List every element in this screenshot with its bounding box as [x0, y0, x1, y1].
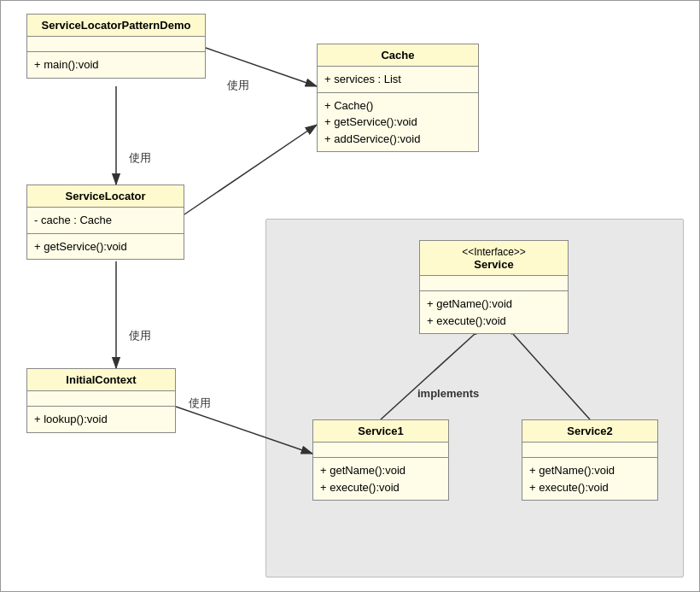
svg-line-3 [206, 48, 317, 86]
class-section-sl-fields: - cache : Cache [27, 208, 184, 234]
method-addservice: + addService():void [324, 131, 471, 148]
method-s1-getname: + getName():void [320, 462, 441, 479]
label-use-slpd-sl: 使用 [129, 150, 151, 166]
class-initialcontext: InitialContext + lookup():void [26, 368, 176, 433]
class-name-service: Service [474, 258, 513, 271]
class-header-service1: Service1 [313, 420, 448, 443]
interface-label: <<Interface>> [462, 246, 526, 258]
class-section-service2-methods: + getName():void + execute():void [522, 458, 657, 500]
class-header-slpd: ServiceLocatorPatternDemo [27, 15, 205, 37]
method-getservice: + getService():void [324, 114, 471, 131]
method-lookup: + lookup():void [34, 411, 168, 428]
class-section-cache-fields: + services : List [318, 67, 478, 93]
method-sl-getservice: + getService():void [34, 238, 177, 255]
class-name-slpd: ServiceLocatorPatternDemo [42, 19, 191, 32]
class-header-service2: Service2 [522, 420, 657, 443]
class-section-sl-methods: + getService():void [27, 234, 184, 260]
method-cache-constructor: + Cache() [324, 97, 471, 114]
class-section-service-empty [420, 276, 568, 291]
label-implements: implements [417, 387, 479, 400]
class-name-ic: InitialContext [66, 373, 136, 386]
class-header-sl: ServiceLocator [27, 185, 184, 208]
method-s1-execute: + execute():void [320, 479, 441, 496]
svg-line-4 [184, 125, 317, 214]
class-header-cache: Cache [318, 44, 478, 67]
class-cache: Cache + services : List + Cache() + getS… [317, 44, 479, 152]
class-section-service2-empty [522, 443, 657, 458]
method-s2-getname: + getName():void [529, 462, 650, 479]
class-section-slpd-empty [27, 37, 205, 52]
method-s2-execute: + execute():void [529, 479, 650, 496]
class-name-service1: Service1 [358, 425, 404, 437]
class-servicelocator: ServiceLocator - cache : Cache + getServ… [26, 185, 184, 260]
class-service: <<Interface>> Service + getName():void +… [419, 240, 569, 334]
label-use-sl-ic: 使用 [129, 328, 151, 343]
class-section-ic-empty [27, 391, 175, 407]
method-service-execute: + execute():void [427, 313, 561, 330]
label-use-ic-service: 使用 [189, 396, 211, 411]
class-servicelocatorpatterndemo: ServiceLocatorPatternDemo + main():void [26, 14, 206, 79]
class-header-ic: InitialContext [27, 369, 175, 391]
class-name-sl: ServiceLocator [66, 190, 146, 202]
label-use-slpd-cache: 使用 [227, 78, 249, 93]
class-section-service-methods: + getName():void + execute():void [420, 291, 568, 333]
diagram-container: ServiceLocatorPatternDemo + main():void … [0, 0, 700, 592]
class-service2: Service2 + getName():void + execute():vo… [522, 419, 658, 501]
class-section-service1-empty [313, 443, 448, 458]
class-name-cache: Cache [381, 49, 414, 62]
class-section-slpd-methods: + main():void [27, 52, 205, 78]
field-services: + services : List [324, 71, 471, 88]
class-header-service: <<Interface>> Service [420, 241, 568, 276]
method-main: + main():void [34, 56, 198, 73]
class-section-ic-methods: + lookup():void [27, 407, 175, 432]
class-section-service1-methods: + getName():void + execute():void [313, 458, 448, 500]
class-service1: Service1 + getName():void + execute():vo… [312, 419, 449, 501]
class-section-cache-methods: + Cache() + getService():void + addServi… [318, 93, 478, 152]
method-service-getname: + getName():void [427, 296, 561, 313]
field-cache: - cache : Cache [34, 212, 177, 229]
class-name-service2: Service2 [567, 425, 613, 437]
